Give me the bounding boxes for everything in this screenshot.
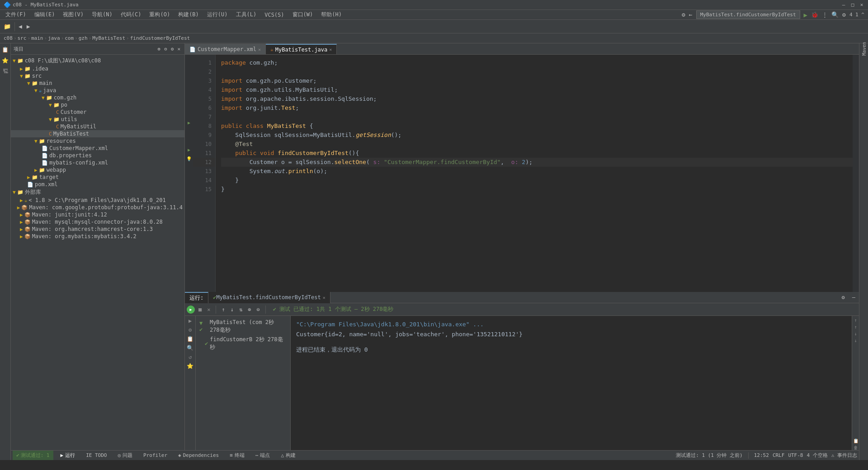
run-panel-minimize[interactable]: — [849, 294, 859, 301]
menu-file[interactable]: 文件(F) [2, 10, 30, 19]
menu-view[interactable]: 视图(V) [59, 10, 87, 19]
more-run-icon[interactable]: ⋮ [822, 11, 828, 18]
maven-icon[interactable]: Maven [860, 45, 868, 52]
run-icon-3[interactable]: 📋 [187, 336, 193, 342]
tree-item-webapp[interactable]: ▶ 📁 webapp [11, 166, 184, 174]
collapse-all-icon[interactable]: ⊖ [163, 46, 169, 52]
tree-item-mybatisconfig[interactable]: 📄 mybatis-config.xml [11, 159, 184, 166]
bc-main[interactable]: main [31, 35, 43, 41]
project-panel-toolbar[interactable]: ⊕ ⊖ ⚙ ✕ [156, 46, 182, 52]
bookmark-icon[interactable]: ⭐ [1, 56, 10, 65]
project-icon[interactable]: 📋 [1, 45, 10, 54]
bottom-tab-terminal[interactable]: ≡ 终端 [226, 452, 248, 459]
menu-navigate[interactable]: 导航(N) [88, 10, 116, 19]
bottom-tab-endpoints[interactable]: ⋯ 端点 [252, 452, 274, 459]
bottom-tab-profiler[interactable]: Profiler [140, 452, 171, 458]
menu-help[interactable]: 帮助(H) [317, 10, 345, 19]
sort-icon[interactable]: ⇅ [237, 306, 244, 314]
scroll-up2-icon[interactable]: ↑ [854, 324, 857, 329]
run-gutter-class[interactable]: ▶ [185, 118, 193, 127]
toolbar-icon-2[interactable]: ◀ [17, 22, 24, 31]
tree-item-customer[interactable]: C Customer [11, 108, 184, 116]
menu-build[interactable]: 构建(B) [175, 10, 203, 19]
rerun-button[interactable]: ▶ [187, 306, 195, 314]
menu-run[interactable]: 运行(U) [203, 10, 231, 19]
code-content[interactable]: package com.gzh; import com.gzh.po.Custo… [216, 55, 853, 292]
bc-gzh[interactable]: gzh [79, 35, 88, 41]
project-tree[interactable]: ▼ 📁 c08 F:\成图\JAVA\c08\c08 ▶ 📁 .idea ▼ 📁 [11, 55, 184, 450]
run-config-selector[interactable]: MyBatisTest.findCustomerByIdTest [696, 10, 800, 19]
status-encoding[interactable]: UTF-8 [788, 452, 803, 458]
close-button[interactable]: ✕ [859, 2, 864, 8]
run-icon-4[interactable]: 🔍 [187, 345, 193, 351]
bc-java[interactable]: java [48, 35, 60, 41]
close-panel-icon[interactable]: ✕ [176, 46, 182, 52]
structure-icon[interactable]: 🏗 [1, 67, 10, 76]
code-editor[interactable]: ▶ ▶ 💡 1 2 3 4 5 [185, 55, 859, 292]
toolbar-icon-3[interactable]: ▶ [25, 22, 32, 31]
bulb-gutter[interactable]: 💡 [185, 154, 193, 163]
run-icon-5[interactable]: ↺ [189, 354, 192, 360]
settings-icon[interactable]: ⚙ [682, 11, 685, 18]
scroll-down-icon[interactable]: ↓ [229, 306, 236, 314]
bottom-tab-todo[interactable]: IE TODO [82, 452, 110, 458]
tree-item-root[interactable]: ▼ 📁 c08 F:\成图\JAVA\c08\c08 [11, 56, 184, 65]
toolbar-icon-1[interactable]: 📁 [2, 22, 13, 31]
status-indent[interactable]: 4 个空格 [807, 452, 828, 459]
test-results-tree[interactable]: ▼ ✔ MyBatisTest (com 2秒 278毫秒 ✔ findCust… [196, 316, 291, 450]
scroll-bottom-icon[interactable]: ↓ [854, 338, 857, 343]
expand-all-icon[interactable]: ⊕ [156, 46, 162, 52]
status-crlf[interactable]: CRLF [773, 452, 785, 458]
run-tab-label[interactable]: 运行: [185, 292, 208, 303]
bc-c08[interactable]: c08 [4, 35, 13, 41]
tree-item-jdk[interactable]: ▶ ☕ < 1.8 > C:\Program Files\Java\jdk1.8… [11, 197, 184, 204]
menu-refactor[interactable]: 重构(O) [146, 10, 174, 19]
menu-tools[interactable]: 工具(L) [232, 10, 260, 19]
tree-item-utils[interactable]: ▼ 📁 utils [11, 116, 184, 123]
tree-item-comgzh[interactable]: ▼ 📁 com.gzh [11, 94, 184, 101]
tree-item-resources[interactable]: ▼ 📁 resources [11, 137, 184, 145]
tree-item-junit[interactable]: ▶ 📦 Maven: junit:junit:4.12 [11, 211, 184, 218]
bottom-tab-build[interactable]: △ 构建 [277, 452, 299, 459]
search-icon[interactable]: 🔍 [831, 11, 839, 18]
run-icon-6[interactable]: ⭐ [187, 363, 193, 369]
trash-icon[interactable]: 🗑 [854, 445, 858, 450]
tree-item-mybatistest[interactable]: C MyBatisTest [11, 130, 184, 137]
tree-item-mysql[interactable]: ▶ 📦 Maven: mysql:mysql-connector-java:8.… [11, 218, 184, 226]
tree-item-mybatisdep[interactable]: ▶ 📦 Maven: org.mybatis:mybatis:3.4.2 [11, 233, 184, 240]
stop-button[interactable]: ■ [197, 306, 203, 314]
bc-com[interactable]: com [65, 35, 74, 41]
menu-window[interactable]: 窗口(W) [289, 10, 317, 19]
run-gutter-method[interactable]: ▶ [185, 145, 193, 154]
back-icon[interactable]: ← [689, 11, 693, 18]
scroll-top-icon[interactable]: ↑ [854, 318, 857, 323]
collapse-icon[interactable]: ⊖ [255, 306, 261, 314]
run-icon-2[interactable]: ⚙ [189, 327, 192, 333]
test-item-class[interactable]: ▼ ✔ MyBatisTest (com 2秒 278毫秒 [198, 318, 288, 335]
tree-item-external[interactable]: ▼ 📁 外部库 [11, 188, 184, 197]
bottom-tab-problems[interactable]: ◎ 问题 [114, 452, 136, 459]
tree-item-java[interactable]: ▼ ☕ java [11, 87, 184, 94]
minimize-button[interactable]: — [841, 2, 846, 8]
menu-vcs[interactable]: VCS(S) [261, 11, 288, 19]
run-icon[interactable]: ▶ [804, 11, 807, 19]
maximize-button[interactable]: □ [850, 2, 855, 8]
bc-src[interactable]: src [18, 35, 27, 41]
run-tab-method[interactable]: ✔ MyBatisTest.findCustomerByIdTest ✕ [208, 292, 330, 303]
tree-item-dbprops[interactable]: 📄 db.properties [11, 152, 184, 159]
tree-item-main[interactable]: ▼ 📁 main [11, 80, 184, 87]
tree-item-po[interactable]: ▼ 📁 po [11, 101, 184, 108]
tree-item-mybatisutil[interactable]: C MyBatisUtil [11, 123, 184, 130]
menu-code[interactable]: 代码(C) [117, 10, 145, 19]
scroll-up-icon[interactable]: ↑ [220, 306, 226, 314]
status-events[interactable]: ⚠ 事件日志 [831, 452, 857, 459]
bc-mybatistest[interactable]: MyBatisTest [92, 35, 125, 41]
run-settings-icon[interactable]: ⚙ [838, 294, 849, 301]
expand-icon[interactable]: ⊕ [246, 306, 253, 314]
tree-item-protobuf[interactable]: ▶ 📦 Maven: com.google.protobuf:protobuf-… [11, 204, 184, 211]
tab-mybatistest[interactable]: ☕ MyBatisTest.java ✕ [266, 44, 337, 54]
tree-item-src[interactable]: ▼ 📁 src [11, 72, 184, 80]
tree-item-idea[interactable]: ▶ 📁 .idea [11, 65, 184, 72]
close-button2[interactable]: ✕ [205, 306, 212, 314]
tab-close-customermapper[interactable]: ✕ [258, 47, 261, 52]
